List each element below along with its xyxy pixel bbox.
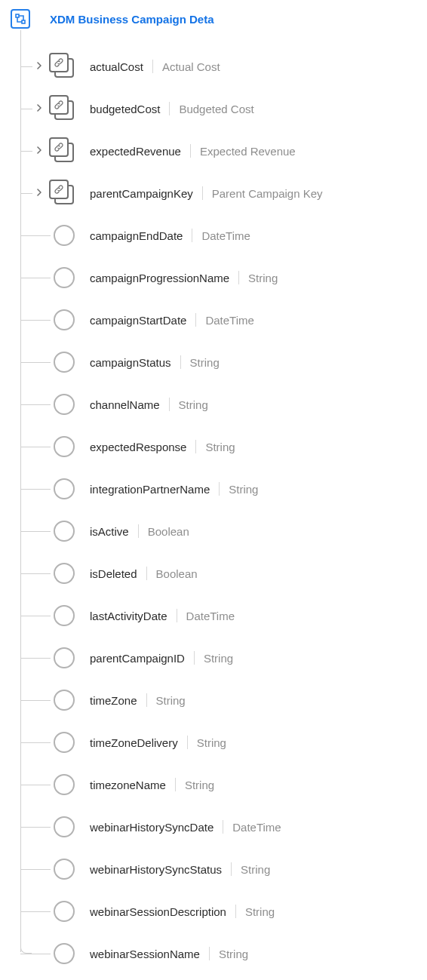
- node-labels: isActiveBoolean: [90, 524, 189, 538]
- tree-connector-horizontal: [20, 320, 51, 321]
- field-name: webinarHistorySyncDate: [90, 821, 214, 834]
- tree-node-field[interactable]: campaignStatusString: [20, 341, 427, 383]
- tree-node-field[interactable]: isDeletedBoolean: [20, 552, 427, 594]
- field-display-name: Parent Campaign Key: [212, 187, 323, 200]
- field-name: integrationPartnerName: [90, 483, 210, 496]
- field-type-icon: [54, 225, 75, 246]
- field-data-type: String: [204, 652, 233, 665]
- tree-node-field[interactable]: webinarHistorySyncDateDateTime: [20, 806, 427, 848]
- node-labels: parentCampaignKeyParent Campaign Key: [90, 186, 323, 200]
- tree-connector-horizontal: [20, 404, 51, 405]
- tree-connector-horizontal: [20, 785, 51, 785]
- tree-connector-horizontal: [20, 700, 51, 701]
- tree-node-object[interactable]: expectedRevenueExpected Revenue: [20, 130, 427, 172]
- field-display-name: Expected Revenue: [200, 145, 296, 158]
- label-divider: [235, 905, 236, 918]
- field-type-icon: [54, 267, 75, 288]
- field-name: expectedResponse: [90, 441, 186, 453]
- field-data-type: Boolean: [156, 567, 198, 580]
- label-divider: [175, 778, 176, 791]
- label-divider: [238, 271, 239, 284]
- node-labels: timeZoneDeliveryString: [90, 736, 226, 749]
- root-label: XDM Business Campaign Deta: [50, 13, 214, 26]
- field-type-icon: [54, 732, 75, 753]
- tree-node-object[interactable]: budgetedCostBudgeted Cost: [20, 88, 427, 130]
- chevron-right-icon[interactable]: [35, 189, 45, 198]
- label-divider: [177, 609, 177, 622]
- field-name: campaignEndDate: [90, 229, 183, 242]
- label-divider: [138, 524, 139, 538]
- tree-node-field[interactable]: expectedResponseString: [20, 425, 427, 468]
- field-display-name: Budgeted Cost: [179, 103, 253, 115]
- field-name: webinarSessionName: [90, 948, 200, 960]
- label-divider: [187, 736, 188, 749]
- node-labels: timeZoneString: [90, 693, 186, 707]
- tree-node-field[interactable]: parentCampaignIDString: [20, 637, 427, 679]
- field-type-icon: [54, 478, 75, 499]
- field-data-type: DateTime: [186, 610, 235, 622]
- tree-node-field[interactable]: campaignEndDateDateTime: [20, 214, 427, 257]
- svg-rect-1: [22, 20, 25, 23]
- tree-node-object[interactable]: actualCostActual Cost: [20, 45, 427, 88]
- tree-connector-horizontal: [20, 489, 51, 490]
- node-labels: webinarSessionNameString: [90, 947, 248, 960]
- field-display-name: Actual Cost: [162, 60, 220, 73]
- label-divider: [195, 440, 196, 453]
- tree-node-object[interactable]: parentCampaignKeyParent Campaign Key: [20, 172, 427, 214]
- tree-connector-elbow: [20, 932, 32, 954]
- field-type-icon: [54, 352, 75, 373]
- field-name: isDeleted: [90, 567, 137, 580]
- tree-connector-horizontal: [20, 869, 51, 870]
- tree-node-field[interactable]: channelNameString: [20, 383, 427, 425]
- object-type-icon: [49, 180, 76, 207]
- label-divider: [195, 313, 196, 327]
- field-name: campaignProgressionName: [90, 272, 229, 284]
- tree-node-field[interactable]: timeZoneString: [20, 679, 427, 721]
- label-divider: [209, 947, 210, 960]
- field-name: parentCampaignKey: [90, 187, 193, 200]
- schema-tree: XDM Business Campaign Deta actualCostAct…: [0, 0, 427, 980]
- field-data-type: DateTime: [232, 821, 281, 834]
- field-name: webinarSessionDescription: [90, 905, 226, 918]
- tree-connector-horizontal: [20, 235, 51, 236]
- tree-connector-horizontal: [20, 911, 51, 912]
- label-divider: [152, 60, 153, 73]
- chevron-right-icon[interactable]: [35, 146, 45, 155]
- node-labels: channelNameString: [90, 398, 208, 411]
- chevron-right-icon[interactable]: [35, 62, 45, 71]
- field-name: timeZoneDelivery: [90, 736, 178, 749]
- chevron-right-icon[interactable]: [35, 104, 45, 113]
- tree-node-field[interactable]: webinarSessionDescriptionString: [20, 890, 427, 932]
- tree-node-field[interactable]: isActiveBoolean: [20, 510, 427, 552]
- label-divider: [180, 355, 181, 369]
- schema-icon: [11, 9, 30, 29]
- tree-node-field[interactable]: campaignProgressionNameString: [20, 257, 427, 299]
- field-type-icon: [54, 859, 75, 880]
- node-labels: webinarHistorySyncStatusString: [90, 862, 270, 876]
- tree-root[interactable]: XDM Business Campaign Deta: [0, 8, 427, 30]
- tree-node-field[interactable]: webinarHistorySyncStatusString: [20, 848, 427, 890]
- node-labels: actualCostActual Cost: [90, 60, 220, 73]
- field-name: budgetedCost: [90, 103, 160, 115]
- field-type-icon: [54, 647, 75, 668]
- tree-node-field[interactable]: integrationPartnerNameString: [20, 468, 427, 510]
- node-labels: campaignEndDateDateTime: [90, 229, 250, 242]
- field-name: actualCost: [90, 60, 143, 73]
- field-data-type: String: [241, 863, 270, 876]
- tree-node-field[interactable]: webinarSessionNameString: [20, 932, 427, 975]
- field-data-type: DateTime: [201, 229, 250, 242]
- field-type-icon: [54, 943, 75, 964]
- node-labels: parentCampaignIDString: [90, 651, 233, 665]
- field-name: campaignStatus: [90, 356, 171, 369]
- tree-node-field[interactable]: timeZoneDeliveryString: [20, 721, 427, 763]
- tree-node-field[interactable]: timezoneNameString: [20, 763, 427, 806]
- tree-connector-horizontal: [20, 616, 51, 616]
- tree-node-field[interactable]: campaignStartDateDateTime: [20, 299, 427, 341]
- field-type-icon: [54, 605, 75, 626]
- node-labels: isDeletedBoolean: [90, 567, 198, 580]
- tree-node-field[interactable]: lastActivityDateDateTime: [20, 594, 427, 637]
- field-name: channelName: [90, 398, 160, 411]
- field-data-type: String: [205, 441, 235, 453]
- field-data-type: String: [156, 694, 186, 707]
- label-divider: [146, 567, 147, 580]
